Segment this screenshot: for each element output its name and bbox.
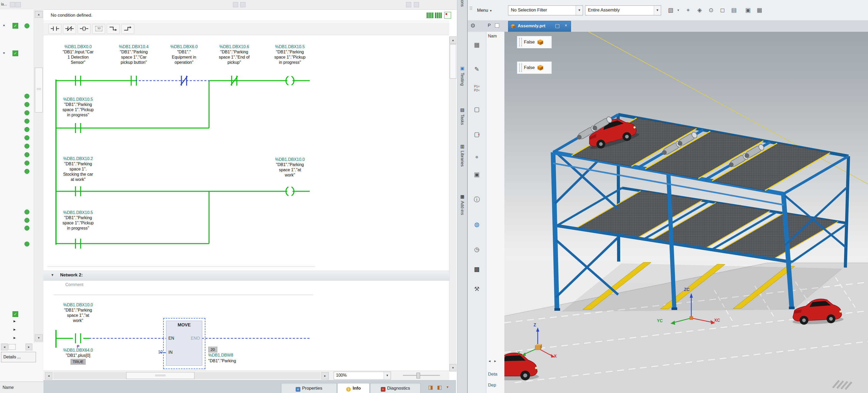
window-icon[interactable] [406,2,411,7]
tree-expand-icon[interactable]: ▸ [13,327,16,332]
tree-checkbox[interactable]: ✓ [12,311,18,317]
operand-address[interactable]: %DB1.DBW8 [208,353,276,358]
zoom-select[interactable]: 100% ▼ [334,372,391,380]
operand-address[interactable]: %DB1.DBX0.0 [53,44,103,50]
sphere-icon[interactable]: ● [471,151,483,162]
expander-icon[interactable]: ▾ [3,51,5,55]
lad-vertical-scrollbar[interactable]: ▲ ▼ [449,36,456,371]
scroll-right-icon[interactable]: ► [26,343,32,350]
nav-left-icon[interactable]: ◂ [489,359,491,363]
collapse-icon[interactable]: ▼ [51,273,54,277]
chevron-down-icon[interactable]: ▼ [576,6,583,15]
operand-label[interactable]: %DB1.DBX10.4 "DB1"."Parking space 1"."Ca… [109,44,158,65]
panel-box-icon[interactable] [495,23,499,28]
tab-info[interactable]: iInfo [337,383,370,393]
chevron-down-icon[interactable]: ▼ [654,6,661,15]
operand-label[interactable]: %DB1.DBX10.0 "DB1"."Parking space 1"."at… [53,302,103,323]
open-contact-icon[interactable] [49,24,61,34]
constraint-filter-icon[interactable]: ✎ [471,63,483,75]
operand-label[interactable]: %DB1.DBX10.5 "DB1"."Parking space 1"."Pi… [53,97,103,118]
tree-vertical-scrollbar[interactable]: ▲ ▼ [34,9,44,342]
select-body-icon[interactable]: ◻ [718,6,727,14]
tools-icon[interactable]: ⚒ [471,283,483,295]
snap-point-icon[interactable]: ▧ [666,6,675,14]
tab-add-ins[interactable]: ▦ Add-ins [457,194,467,215]
zoom-slider-thumb[interactable] [416,373,420,379]
closed-contact-icon[interactable] [63,24,76,34]
window-icon[interactable] [16,2,21,7]
close-icon[interactable]: × [565,23,567,28]
chevron-down-icon[interactable]: ▼ [446,385,449,389]
tree-expand-icon[interactable]: ▸ [13,335,16,340]
tab-properties[interactable]: ≡Properties [281,383,337,393]
operand-address[interactable]: %DB1.DBX10.6 [210,44,259,50]
scroll-left-icon[interactable]: ◄ [45,372,52,380]
scroll-right-icon[interactable]: ► [321,372,329,380]
operand-label[interactable]: %DB1.DBX0.0 "DB1".Input."Car 1 Detection… [53,44,103,65]
chevron-down-icon[interactable]: ▼ [676,6,681,14]
tab-instructions[interactable]: tions [457,0,467,7]
tree-checkbox[interactable]: ✓ [12,51,18,56]
tab-diagnostics[interactable]: +Diagnostics [370,383,421,393]
scrollbar-thumb[interactable] [8,344,16,350]
zoom-slider-track[interactable] [403,375,440,375]
scroll-left-icon[interactable]: ◄ [1,343,8,350]
constraints-p1p2-icon[interactable]: P1= P2= [471,83,483,94]
operand-address[interactable]: %DB1.DBX10.4 [109,44,158,50]
details-view-button[interactable]: Details ... [1,352,36,362]
monitoring-table-icon[interactable] [444,12,451,19]
tab-tasks[interactable]: ▤ Tasks [457,107,467,125]
empty-box-icon[interactable]: ?? [92,24,105,34]
operand-label[interactable]: %DB1.DBX64.0 "DB1".plus[0] TRUE [53,348,103,365]
open-branch-icon[interactable] [107,24,120,34]
contact-end-of-pickup-nc[interactable] [231,76,238,86]
shaded-view-icon[interactable]: ▣ [744,6,752,14]
globe-icon[interactable]: ◍ [471,219,483,230]
measure-icon[interactable]: ▤ [730,6,738,14]
window-icon[interactable] [10,2,15,7]
network-comment[interactable]: Comment [65,282,83,287]
operand-address[interactable]: %DB1.DBX10.0 [265,157,315,162]
operand-label[interactable]: %DB1.DBX10.6 "DB1"."Parking space 1"."En… [210,44,259,65]
operand-label[interactable]: %DB1.DBX6.0 "DB1"." Equipment in operati… [159,44,209,65]
close-branch-icon[interactable] [121,24,134,34]
lad-editor-canvas[interactable]: %DB1.DBX0.0 "DB1".Input."Car 1 Detection… [43,36,449,371]
window-icon[interactable] [240,2,245,7]
select-face-icon[interactable]: ◈ [695,6,704,14]
part-tab-assemnly[interactable]: Assemnly.prt × [508,21,571,32]
nx-3d-viewport[interactable]: False False ZC YC XC Z Y X [504,32,868,393]
operand-address[interactable]: %DB1.DBX10.5 [53,97,103,102]
nav-right-icon[interactable]: ▸ [494,359,496,363]
selection-filter-combo[interactable]: No Selection Filter ▼ [508,5,583,16]
box-icon[interactable]: ▣ [471,169,483,180]
operand-address[interactable]: %DB1.DBX10.5 [265,44,315,50]
cube-error-icon[interactable]: ▢× [471,128,483,140]
scroll-down-icon[interactable]: ▼ [35,334,43,341]
scroll-up-icon[interactable]: ▲ [450,36,457,44]
contact-equipment-in-operation-nc[interactable] [181,76,187,86]
horizontal-scrollbar[interactable] [53,372,321,379]
operand-label[interactable]: %DB1.DBX10.5 "DB1"."Parking space 1"."Pi… [53,210,103,231]
select-edge-icon[interactable]: ⊙ [707,6,715,14]
scrollbar-thumb[interactable] [126,372,194,379]
navigator-row[interactable]: False [517,61,552,74]
operand-address[interactable]: %DB1.DBX6.0 [159,44,209,50]
assembly-navigator-icon[interactable]: ▦ [471,39,483,51]
coil-icon[interactable] [78,24,91,34]
operand-label[interactable]: %DB1.DBX10.2 "DB1"."Parking space 1". St… [53,156,103,182]
info-icon[interactable]: ⓘ [471,194,483,205]
wireframe-view-icon[interactable]: ▦ [755,6,764,14]
operand-address[interactable]: %DB1.DBX10.0 [53,302,103,308]
chevron-down-icon[interactable]: ▼ [384,372,391,379]
palette-icon[interactable]: ▩ [471,263,483,275]
dock-pane-icon[interactable]: ◨ [428,384,433,390]
operand-label[interactable]: %DB1.DBX10.0 "DB1"."Parking space 1"."at… [265,157,315,178]
network2-header[interactable]: ▼ Network 2: [43,271,449,280]
operand-address[interactable]: %DB1.DBX10.5 [53,210,103,215]
scroll-down-icon[interactable]: ▼ [450,364,457,371]
tree-expand-icon[interactable]: ▸ [13,319,16,324]
scrollbar-thumb[interactable] [35,68,43,113]
dependencies-panel-label[interactable]: Dep [488,383,496,388]
move-in-value[interactable]: 10 [148,350,163,355]
gear-icon[interactable]: ⚙ [470,22,475,29]
